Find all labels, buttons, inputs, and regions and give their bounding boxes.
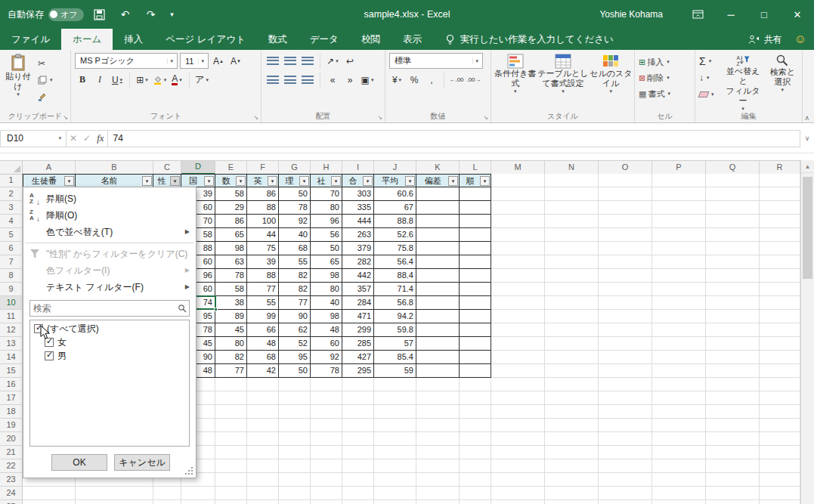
cell-E16[interactable] xyxy=(215,378,247,391)
conditional-formatting-button[interactable]: 条件付き書式 xyxy=(494,51,537,111)
cell-Q16[interactable] xyxy=(706,378,760,391)
row-header-21[interactable]: 21 xyxy=(0,446,23,459)
cell-R1[interactable] xyxy=(760,174,800,187)
align-right-button[interactable] xyxy=(300,73,315,88)
cell-Q17[interactable] xyxy=(706,391,760,405)
cell-N25[interactable] xyxy=(545,500,599,504)
cell-I11[interactable]: 471 xyxy=(342,310,374,323)
cell-styles-button[interactable]: セルのスタイル xyxy=(590,51,633,111)
cell-H14[interactable]: 92 xyxy=(311,351,342,364)
cell-N7[interactable] xyxy=(545,255,599,269)
cell-J15[interactable]: 59 xyxy=(374,364,416,378)
filter-button-C[interactable]: ▾ xyxy=(170,176,180,186)
filter-button-D[interactable]: ▾ xyxy=(204,176,214,186)
cell-I2[interactable]: 303 xyxy=(342,187,374,201)
cell-G13[interactable]: 52 xyxy=(279,337,311,351)
cell-M23[interactable] xyxy=(491,473,545,487)
cell-L20[interactable] xyxy=(460,432,491,446)
cell-K15[interactable] xyxy=(416,364,460,378)
cell-D1[interactable]: 国▾ xyxy=(181,174,215,187)
cell-O13[interactable] xyxy=(599,337,652,351)
redo-button[interactable]: ↷ xyxy=(141,5,161,24)
cell-O18[interactable] xyxy=(599,405,652,419)
tab-表示[interactable]: 表示 xyxy=(392,29,433,50)
cell-K8[interactable] xyxy=(416,269,460,283)
cell-C25[interactable] xyxy=(153,500,181,504)
currency-format-button[interactable]: ¥ xyxy=(389,73,404,88)
increase-font-size-button[interactable]: A▲ xyxy=(211,54,226,69)
format-as-table-button[interactable]: テーブルとして書式設定 xyxy=(537,51,589,111)
cell-O8[interactable] xyxy=(599,269,652,283)
borders-button[interactable]: ⊞ xyxy=(135,73,150,88)
column-header-B[interactable]: B xyxy=(76,161,153,175)
cell-E11[interactable]: 89 xyxy=(215,310,247,323)
cell-G4[interactable]: 92 xyxy=(279,215,311,228)
cell-M17[interactable] xyxy=(491,391,545,405)
cell-H5[interactable]: 56 xyxy=(311,228,342,242)
cell-H8[interactable]: 98 xyxy=(311,269,342,283)
paste-button[interactable]: 貼り付け xyxy=(2,51,34,111)
column-header-P[interactable]: P xyxy=(652,161,706,175)
cell-O11[interactable] xyxy=(599,310,652,323)
clear-button[interactable] xyxy=(698,88,722,101)
cell-F16[interactable] xyxy=(247,378,279,391)
cell-L5[interactable] xyxy=(460,228,491,242)
cell-O2[interactable] xyxy=(599,187,652,201)
cell-M4[interactable] xyxy=(491,215,545,228)
row-header-19[interactable]: 19 xyxy=(0,419,23,432)
filter-button-A[interactable]: ▾ xyxy=(64,176,74,186)
cell-L17[interactable] xyxy=(460,391,491,405)
select-all-corner[interactable] xyxy=(0,161,23,175)
cell-Q4[interactable] xyxy=(706,215,760,228)
cell-J11[interactable]: 94.2 xyxy=(374,310,416,323)
column-header-M[interactable]: M xyxy=(491,161,545,175)
cell-G8[interactable]: 82 xyxy=(279,269,311,283)
font-dialog-launcher[interactable]: ↘ xyxy=(253,114,258,121)
feedback-smiley-icon[interactable]: ☺ xyxy=(794,33,806,45)
fill-color-button[interactable] xyxy=(152,73,167,88)
row-header-7[interactable]: 7 xyxy=(0,255,23,269)
cell-E20[interactable] xyxy=(215,432,247,446)
cell-N14[interactable] xyxy=(545,351,599,364)
cell-E2[interactable]: 58 xyxy=(215,187,247,201)
cell-Q2[interactable] xyxy=(706,187,760,201)
cell-R21[interactable] xyxy=(760,446,800,459)
cell-R19[interactable] xyxy=(760,419,800,432)
autosave-toggle[interactable]: 自動保存 オフ xyxy=(8,8,84,21)
cell-R24[interactable] xyxy=(760,487,800,500)
cell-F9[interactable]: 77 xyxy=(247,283,279,296)
cell-N20[interactable] xyxy=(545,432,599,446)
column-header-C[interactable]: C xyxy=(153,161,181,175)
cell-N10[interactable] xyxy=(545,296,599,310)
cell-K13[interactable] xyxy=(416,337,460,351)
cell-J18[interactable] xyxy=(374,405,416,419)
cell-O15[interactable] xyxy=(599,364,652,378)
cell-N22[interactable] xyxy=(545,459,599,473)
cell-O3[interactable] xyxy=(599,201,652,215)
cell-E19[interactable] xyxy=(215,419,247,432)
cell-L13[interactable] xyxy=(460,337,491,351)
cell-R12[interactable] xyxy=(760,323,800,337)
cell-F10[interactable]: 55 xyxy=(247,296,279,310)
cell-Q21[interactable] xyxy=(706,446,760,459)
cell-N11[interactable] xyxy=(545,310,599,323)
cell-I17[interactable] xyxy=(342,391,374,405)
cell-G10[interactable]: 77 xyxy=(279,296,311,310)
cell-E5[interactable]: 65 xyxy=(215,228,247,242)
cell-A24[interactable] xyxy=(23,487,76,500)
undo-button[interactable]: ↶ xyxy=(116,5,135,24)
cell-H12[interactable]: 48 xyxy=(311,323,342,337)
filter-button-K[interactable]: ▾ xyxy=(448,176,458,186)
cell-I3[interactable]: 335 xyxy=(342,201,374,215)
cell-Q22[interactable] xyxy=(706,459,760,473)
cell-D24[interactable] xyxy=(181,487,215,500)
cell-J6[interactable]: 75.8 xyxy=(374,242,416,255)
cell-F7[interactable]: 39 xyxy=(247,255,279,269)
row-header-22[interactable]: 22 xyxy=(0,459,23,473)
cell-Q24[interactable] xyxy=(706,487,760,500)
cell-M2[interactable] xyxy=(491,187,545,201)
row-header-12[interactable]: 12 xyxy=(0,323,23,337)
cell-K6[interactable] xyxy=(416,242,460,255)
cell-J2[interactable]: 60.6 xyxy=(374,187,416,201)
cell-E23[interactable] xyxy=(215,473,247,487)
